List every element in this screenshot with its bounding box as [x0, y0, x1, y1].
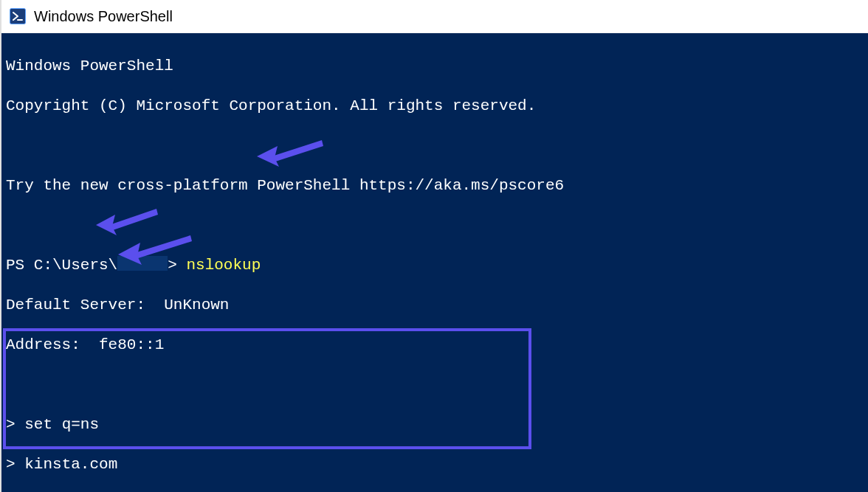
term-tip-line: Try the new cross-platform PowerShell ht…: [6, 176, 864, 195]
prompt-suffix: >: [168, 257, 186, 274]
default-server-line: Default Server: UnKnown: [6, 295, 864, 315]
term-header-line: Windows PowerShell: [6, 56, 864, 76]
titlebar[interactable]: Windows PowerShell: [1, 0, 868, 33]
command-domain: kinsta.com: [24, 456, 117, 473]
term-copyright-line: Copyright (C) Microsoft Corporation. All…: [6, 96, 864, 116]
redacted-username: [117, 256, 168, 271]
prompt-line-1: PS C:\Users\> nslookup: [6, 255, 864, 275]
prompt-line-2: > set q=ns: [6, 415, 864, 434]
powershell-window: Windows PowerShell Windows PowerShell Co…: [0, 0, 868, 492]
prompt-line-3: > kinsta.com: [6, 454, 864, 474]
address-line-1: Address: fe80::1: [6, 335, 864, 355]
command-setq: set q=ns: [24, 416, 99, 433]
sub-prompt: >: [6, 456, 24, 473]
command-nslookup: nslookup: [186, 257, 261, 274]
powershell-icon: [9, 7, 27, 25]
blank-line: [6, 136, 864, 156]
sub-prompt: >: [6, 416, 24, 433]
blank-line: [6, 375, 864, 395]
prompt-prefix: PS C:\Users\: [6, 257, 117, 274]
blank-line: [6, 215, 864, 235]
terminal-body[interactable]: Windows PowerShell Copyright (C) Microso…: [1, 33, 868, 492]
window-title: Windows PowerShell: [34, 8, 173, 25]
